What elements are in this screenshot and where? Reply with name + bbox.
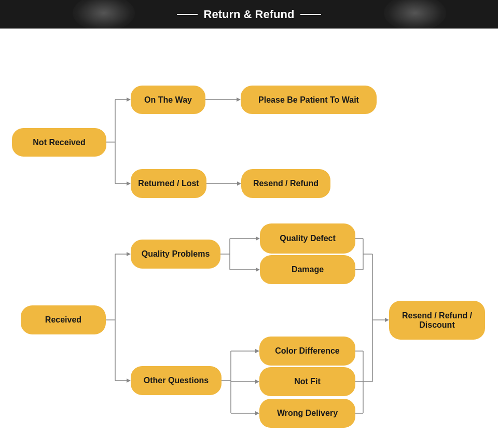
resend-refund-node: Resend / Refund <box>241 169 330 198</box>
color-difference-node: Color Difference <box>259 337 355 366</box>
watch-decoration-right <box>384 0 446 29</box>
not-received-node: Not Received <box>12 128 106 157</box>
resend-refund-discount-node: Resend / Refund / Discount <box>389 301 485 340</box>
diagram-area: Not Received On The Way Please Be Patien… <box>0 29 498 448</box>
svg-marker-27 <box>255 380 259 384</box>
damage-node: Damage <box>260 255 355 284</box>
svg-marker-9 <box>237 181 241 186</box>
svg-marker-13 <box>127 252 131 256</box>
quality-problems-node: Quality Problems <box>131 240 220 269</box>
quality-defect-node: Quality Defect <box>260 223 355 254</box>
received-node: Received <box>21 305 106 334</box>
header: Return & Refund <box>0 0 498 29</box>
svg-marker-3 <box>127 97 131 102</box>
watch-decoration-left <box>73 0 135 29</box>
svg-marker-25 <box>255 349 259 353</box>
svg-marker-29 <box>255 411 259 415</box>
not-fit-node: Not Fit <box>259 367 355 396</box>
header-title: Return & Refund <box>177 8 322 21</box>
wrong-delivery-node: Wrong Delivery <box>259 399 355 428</box>
svg-marker-5 <box>127 181 131 186</box>
svg-marker-7 <box>237 97 241 102</box>
svg-marker-15 <box>127 379 131 383</box>
svg-marker-41 <box>385 318 389 322</box>
svg-marker-21 <box>256 268 260 272</box>
svg-marker-19 <box>256 236 260 241</box>
on-the-way-node: On The Way <box>131 86 205 114</box>
other-questions-node: Other Questions <box>131 366 222 395</box>
please-be-patient-node: Please Be Patient To Wait <box>241 86 377 114</box>
returned-lost-node: Returned / Lost <box>131 169 206 198</box>
